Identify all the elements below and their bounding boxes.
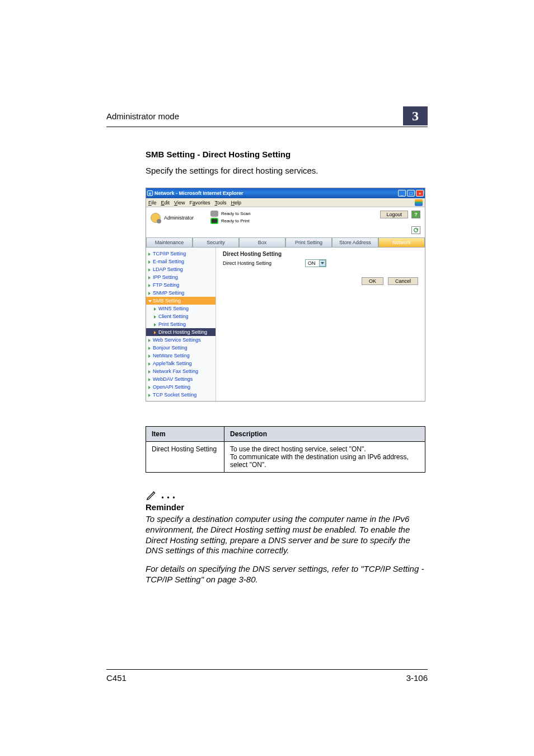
spec-table: Item Description Direct Hosting Setting … (146, 426, 425, 473)
nav-client-setting[interactable]: Client Setting (146, 312, 216, 320)
page-footer: C451 3-106 (106, 669, 428, 683)
tab-bar: Maintenance Security Box Print Setting S… (146, 237, 425, 248)
field-label-direct-hosting: Direct Hosting Setting (223, 260, 271, 266)
tab-store-address[interactable]: Store Address (332, 237, 378, 248)
nav-email-setting[interactable]: E-mail Setting (146, 258, 216, 265)
table-cell-item: Direct Hosting Setting (146, 442, 224, 473)
nav-bonjour-setting[interactable]: Bonjour Setting (146, 344, 216, 352)
role-label: Administrator (164, 215, 194, 221)
menu-tools[interactable]: Tools (214, 200, 226, 206)
table-header-item: Item (146, 427, 224, 442)
nav-wins-setting[interactable]: WINS Setting (146, 305, 216, 312)
window-close-button[interactable]: × (416, 190, 424, 197)
reminder-paragraph-2: For details on specifying the DNS server… (146, 564, 428, 585)
browser-titlebar: e Network - Microsoft Internet Explorer … (146, 188, 425, 198)
logout-button[interactable]: Logout (380, 211, 408, 218)
nav-appletalk-setting[interactable]: AppleTalk Setting (146, 360, 216, 367)
printer-status-icon (210, 218, 218, 224)
content-heading: Direct Hosting Setting (223, 251, 418, 257)
menu-favorites[interactable]: Favorites (189, 200, 210, 206)
running-head-left: Administrator mode (106, 111, 179, 121)
tab-network[interactable]: Network (378, 237, 425, 248)
menu-file[interactable]: File (148, 200, 157, 206)
nav-netware-setting[interactable]: NetWare Setting (146, 352, 216, 360)
table-cell-description: To use the direct hosting service, selec… (224, 442, 425, 473)
menu-edit[interactable]: Edit (161, 200, 170, 206)
menu-help[interactable]: Help (231, 200, 241, 206)
nav-smb-setting[interactable]: SMB Setting (146, 297, 216, 305)
nav-network-fax-setting[interactable]: Network Fax Setting (146, 367, 216, 375)
menu-view[interactable]: View (174, 200, 185, 206)
status-print-label: Ready to Print (221, 218, 250, 223)
chapter-number-badge: 3 (403, 106, 428, 125)
section-intro: Specify the settings for direct hosting … (146, 166, 428, 175)
nav-ipp-setting[interactable]: IPP Setting (146, 273, 216, 281)
nav-webdav-settings[interactable]: WebDAV Settings (146, 375, 216, 383)
browser-menubar: File Edit View Favorites Tools Help (146, 198, 425, 207)
nav-ldap-setting[interactable]: LDAP Setting (146, 265, 216, 273)
settings-sidebar: TCP/IP Setting E-mail Setting LDAP Setti… (146, 248, 216, 401)
tab-security[interactable]: Security (193, 237, 239, 248)
tab-box[interactable]: Box (239, 237, 285, 248)
scanner-status-icon (210, 211, 218, 217)
table-header-description: Description (224, 427, 425, 442)
table-row: Direct Hosting Setting To use the direct… (146, 442, 425, 473)
note-dots: . . . (161, 488, 175, 501)
cancel-button[interactable]: Cancel (388, 277, 418, 285)
nav-print-setting[interactable]: Print Setting (146, 320, 216, 328)
tab-print-setting[interactable]: Print Setting (285, 237, 332, 248)
nav-tcpip-setting[interactable]: TCP/IP Setting (146, 250, 216, 258)
direct-hosting-select[interactable]: ON (305, 259, 326, 267)
refresh-icon (413, 227, 419, 233)
ie-icon: e (147, 190, 153, 196)
nav-web-service-settings[interactable]: Web Service Settings (146, 336, 216, 344)
reminder-note: . . . Reminder To specify a destination … (146, 488, 428, 585)
content-pane: Direct Hosting Setting Direct Hosting Se… (216, 248, 425, 401)
select-value: ON (308, 260, 316, 266)
browser-title: e Network - Microsoft Internet Explorer (147, 190, 243, 196)
footer-left: C451 (106, 673, 127, 683)
embedded-screenshot: e Network - Microsoft Internet Explorer … (146, 188, 425, 402)
pencil-icon (146, 489, 158, 501)
ie-throbber-icon (415, 199, 423, 206)
window-minimize-button[interactable]: _ (398, 190, 406, 197)
footer-right: 3-106 (406, 673, 428, 683)
refresh-button[interactable] (411, 226, 420, 234)
help-button[interactable]: ? (411, 211, 420, 218)
app-header: Administrator Ready to Scan Ready to Pri… (146, 207, 425, 237)
nav-openapi-setting[interactable]: OpenAPI Setting (146, 383, 216, 391)
ok-button[interactable]: OK (362, 277, 383, 285)
reminder-paragraph-1: To specify a destination computer using … (146, 514, 428, 556)
nav-snmp-setting[interactable]: SNMP Setting (146, 289, 216, 297)
chevron-down-icon (319, 260, 326, 267)
nav-tcp-socket-setting[interactable]: TCP Socket Setting (146, 391, 216, 399)
tab-maintenance[interactable]: Maintenance (146, 237, 193, 248)
reminder-title: Reminder (146, 502, 428, 512)
status-scan-label: Ready to Scan (221, 211, 250, 216)
section-heading: SMB Setting - Direct Hosting Setting (146, 150, 428, 159)
running-head: Administrator mode 3 (106, 106, 428, 127)
administrator-icon (151, 213, 161, 223)
nav-direct-hosting-setting[interactable]: Direct Hosting Setting (146, 328, 216, 336)
browser-title-text: Network - Microsoft Internet Explorer (154, 190, 243, 196)
window-controls: _ □ × (398, 190, 424, 197)
nav-ftp-setting[interactable]: FTP Setting (146, 281, 216, 289)
window-maximize-button[interactable]: □ (407, 190, 415, 197)
